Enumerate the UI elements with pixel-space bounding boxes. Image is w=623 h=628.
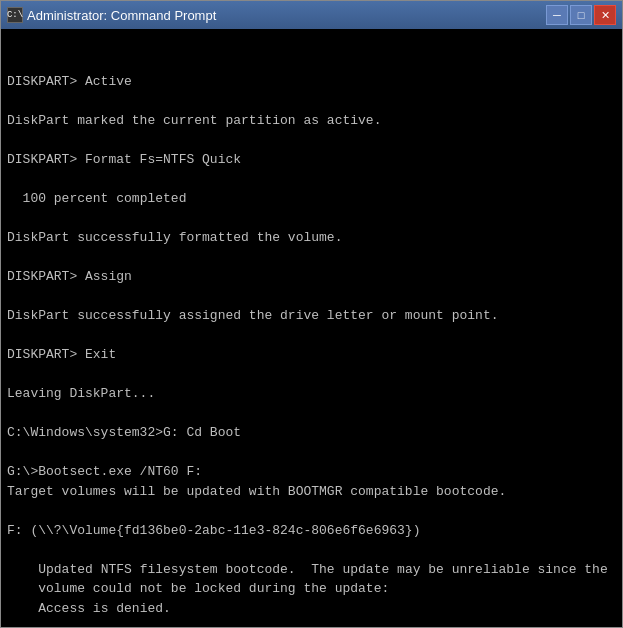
console-line <box>7 92 616 112</box>
title-bar-left: C:\ Administrator: Command Prompt <box>7 7 216 23</box>
minimize-button[interactable]: ─ <box>546 5 568 25</box>
console-line <box>7 131 616 151</box>
console-line: Updated NTFS filesystem bootcode. The up… <box>7 560 616 580</box>
console-line: DISKPART> Active <box>7 72 616 92</box>
console-line <box>7 170 616 190</box>
console-line <box>7 404 616 424</box>
console-line: C:\Windows\system32>G: Cd Boot <box>7 423 616 443</box>
title-bar: C:\ Administrator: Command Prompt ─ □ ✕ <box>1 1 622 29</box>
console-line: F: (\\?\Volume{fd136be0-2abc-11e3-824c-8… <box>7 521 616 541</box>
window-icon: C:\ <box>7 7 23 23</box>
console-line: Leaving DiskPart... <box>7 384 616 404</box>
console-line: DISKPART> Exit <box>7 345 616 365</box>
console-line: DISKPART> Assign <box>7 267 616 287</box>
close-button[interactable]: ✕ <box>594 5 616 25</box>
console-line <box>7 209 616 229</box>
console-line: Target volumes will be updated with BOOT… <box>7 482 616 502</box>
console-line: G:\>Bootsect.exe /NT60 F: <box>7 462 616 482</box>
console-output[interactable]: DISKPART> Active DiskPart marked the cur… <box>1 29 622 627</box>
maximize-button[interactable]: □ <box>570 5 592 25</box>
console-line <box>7 540 616 560</box>
console-line: Access is denied. <box>7 599 616 619</box>
console-line <box>7 443 616 463</box>
console-line <box>7 287 616 307</box>
console-line: 100 percent completed <box>7 189 616 209</box>
console-line: volume could not be locked during the up… <box>7 579 616 599</box>
console-line: DiskPart successfully formatted the volu… <box>7 228 616 248</box>
console-line: DiskPart marked the current partition as… <box>7 111 616 131</box>
console-line <box>7 326 616 346</box>
console-line <box>7 501 616 521</box>
console-line: DiskPart successfully assigned the drive… <box>7 306 616 326</box>
window-title: Administrator: Command Prompt <box>27 8 216 23</box>
console-line: DISKPART> Format Fs=NTFS Quick <box>7 150 616 170</box>
command-prompt-window: C:\ Administrator: Command Prompt ─ □ ✕ … <box>0 0 623 628</box>
console-line <box>7 365 616 385</box>
console-line <box>7 618 616 627</box>
title-bar-controls: ─ □ ✕ <box>546 5 616 25</box>
console-line <box>7 248 616 268</box>
